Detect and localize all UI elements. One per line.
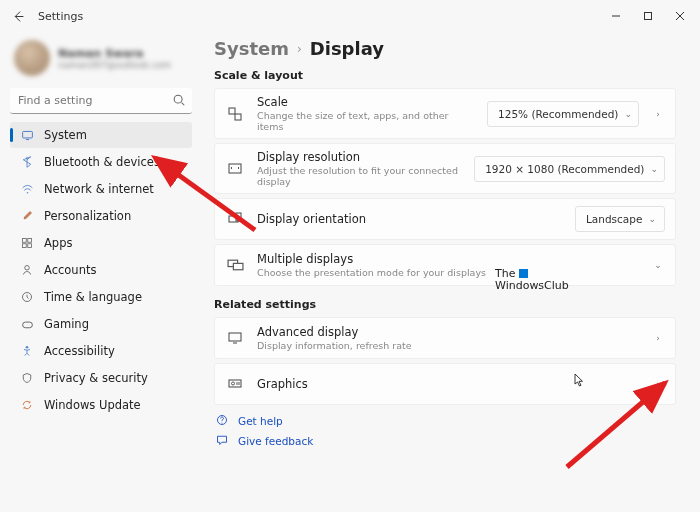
nav-list: System Bluetooth & devices Network & int… [10, 122, 192, 418]
svg-point-23 [221, 422, 222, 423]
svg-rect-7 [28, 244, 32, 248]
bluetooth-icon [20, 156, 34, 168]
card-advanced-display[interactable]: Advanced display Display information, re… [214, 317, 676, 359]
card-title: Display resolution [257, 150, 462, 164]
sidebar-item-label: Bluetooth & devices [44, 155, 160, 169]
card-title: Advanced display [257, 325, 639, 339]
sidebar-item-label: Accessibility [44, 344, 115, 358]
back-button[interactable] [4, 2, 32, 30]
card-subtitle: Adjust the resolution to fit your connec… [257, 165, 462, 187]
sidebar-item-network[interactable]: Network & internet [10, 176, 192, 202]
content-area: System › Display Scale & layout Scale Ch… [200, 32, 700, 512]
card-subtitle: Change the size of text, apps, and other… [257, 110, 475, 132]
multiple-displays-icon [225, 257, 245, 274]
sidebar-item-label: Apps [44, 236, 72, 250]
close-icon [675, 11, 685, 21]
card-orientation[interactable]: Display orientation Landscape⌄ [214, 198, 676, 240]
titlebar: Settings [0, 0, 700, 32]
section-related: Related settings [214, 298, 676, 311]
sidebar-item-accounts[interactable]: Accounts [10, 257, 192, 283]
svg-rect-10 [22, 322, 32, 328]
breadcrumb-parent[interactable]: System [214, 38, 289, 59]
svg-rect-5 [28, 239, 32, 243]
minimize-icon [611, 11, 621, 21]
sidebar-item-label: Privacy & security [44, 371, 148, 385]
chevron-down-icon: ⌄ [650, 164, 658, 174]
svg-point-3 [26, 191, 28, 193]
sidebar-item-personalization[interactable]: Personalization [10, 203, 192, 229]
apps-icon [20, 237, 34, 249]
svg-rect-6 [23, 244, 27, 248]
window-title: Settings [38, 10, 83, 23]
card-title: Graphics [257, 377, 639, 391]
svg-rect-19 [229, 333, 241, 341]
sidebar-item-gaming[interactable]: Gaming [10, 311, 192, 337]
sidebar-item-system[interactable]: System [10, 122, 192, 148]
svg-rect-2 [22, 131, 32, 138]
orientation-icon [225, 211, 245, 227]
breadcrumb-current: Display [310, 38, 384, 59]
chevron-right-icon[interactable]: › [651, 379, 665, 389]
svg-point-21 [232, 382, 235, 385]
feedback-icon [216, 434, 230, 448]
maximize-icon [643, 11, 653, 21]
sidebar-item-bluetooth[interactable]: Bluetooth & devices [10, 149, 192, 175]
get-help-link[interactable]: Get help [214, 411, 676, 431]
sidebar-item-accessibility[interactable]: Accessibility [10, 338, 192, 364]
link-label: Get help [238, 415, 283, 427]
link-label: Give feedback [238, 435, 313, 447]
card-scale[interactable]: Scale Change the size of text, apps, and… [214, 88, 676, 139]
section-scale-layout: Scale & layout [214, 69, 676, 82]
sidebar-item-label: Time & language [44, 290, 142, 304]
avatar [14, 40, 50, 76]
dropdown-value: 1920 × 1080 (Recommended) [485, 163, 644, 175]
sidebar-item-label: Gaming [44, 317, 89, 331]
resolution-dropdown[interactable]: 1920 × 1080 (Recommended)⌄ [474, 156, 665, 182]
footer-links: Get help Give feedback [214, 411, 676, 451]
svg-rect-12 [229, 108, 235, 114]
card-title: Display orientation [257, 212, 563, 226]
orientation-dropdown[interactable]: Landscape⌄ [575, 206, 665, 232]
scale-icon [225, 106, 245, 122]
close-button[interactable] [664, 2, 696, 30]
brush-icon [20, 210, 34, 222]
arrow-left-icon [12, 10, 25, 23]
card-multiple-displays[interactable]: Multiple displays Choose the presentatio… [214, 244, 676, 286]
chevron-right-icon: › [297, 42, 302, 56]
sidebar-item-label: Accounts [44, 263, 96, 277]
sidebar-item-apps[interactable]: Apps [10, 230, 192, 256]
sidebar-item-update[interactable]: Windows Update [10, 392, 192, 418]
breadcrumb: System › Display [214, 32, 676, 61]
minimize-button[interactable] [600, 2, 632, 30]
sidebar-item-label: System [44, 128, 87, 142]
resolution-icon [225, 161, 245, 177]
sidebar-item-label: Personalization [44, 209, 131, 223]
chevron-right-icon[interactable]: › [651, 333, 665, 343]
scale-dropdown[interactable]: 125% (Recommended)⌄ [487, 101, 639, 127]
card-resolution[interactable]: Display resolution Adjust the resolution… [214, 143, 676, 194]
chevron-right-icon[interactable]: › [651, 109, 665, 119]
svg-rect-0 [645, 13, 652, 20]
sidebar: Naman Swara naman267@outlook.com System … [0, 32, 200, 512]
profile-block[interactable]: Naman Swara naman267@outlook.com [10, 36, 192, 86]
svg-rect-18 [233, 263, 243, 269]
search-input[interactable] [10, 88, 192, 114]
sidebar-item-label: Windows Update [44, 398, 141, 412]
sidebar-item-privacy[interactable]: Privacy & security [10, 365, 192, 391]
help-icon [216, 414, 230, 428]
graphics-icon [225, 376, 245, 392]
gaming-icon [20, 318, 34, 331]
system-icon [20, 129, 34, 142]
sidebar-item-time[interactable]: Time & language [10, 284, 192, 310]
maximize-button[interactable] [632, 2, 664, 30]
profile-name: Naman Swara [58, 47, 171, 60]
person-icon [20, 264, 34, 276]
profile-email: naman267@outlook.com [58, 60, 171, 70]
give-feedback-link[interactable]: Give feedback [214, 431, 676, 451]
card-graphics[interactable]: Graphics › [214, 363, 676, 405]
search-box [10, 88, 192, 114]
svg-point-8 [25, 266, 30, 271]
update-icon [20, 399, 34, 411]
chevron-down-icon[interactable]: ⌄ [651, 260, 665, 270]
wifi-icon [20, 183, 34, 196]
